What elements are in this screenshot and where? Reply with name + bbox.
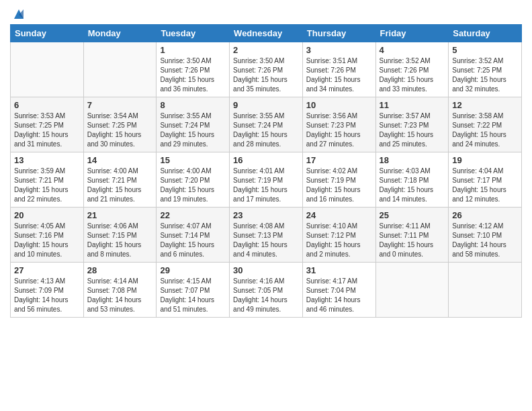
calendar-cell: 16Sunrise: 4:01 AM Sunset: 7:19 PM Dayli… <box>230 152 303 208</box>
day-info: Sunrise: 3:50 AM Sunset: 7:26 PM Dayligh… <box>233 56 299 94</box>
calendar-cell: 7Sunrise: 3:54 AM Sunset: 7:25 PM Daylig… <box>83 97 157 152</box>
day-number: 31 <box>306 265 372 275</box>
page-container: SundayMondayTuesdayWednesdayThursdayFrid… <box>0 0 532 324</box>
day-info: Sunrise: 4:02 AM Sunset: 7:19 PM Dayligh… <box>306 167 372 204</box>
day-number: 4 <box>380 45 445 55</box>
day-number: 29 <box>160 265 226 275</box>
header-thursday: Thursday <box>302 25 375 42</box>
calendar-week-3: 13Sunrise: 3:59 AM Sunset: 7:21 PM Dayli… <box>11 152 522 208</box>
day-info: Sunrise: 3:57 AM Sunset: 7:23 PM Dayligh… <box>380 111 445 149</box>
header-sunday: Sunday <box>11 25 84 42</box>
day-info: Sunrise: 4:12 AM Sunset: 7:10 PM Dayligh… <box>452 222 518 259</box>
day-number: 11 <box>380 100 445 110</box>
calendar-cell: 19Sunrise: 4:04 AM Sunset: 7:17 PM Dayli… <box>449 152 522 208</box>
calendar-table: SundayMondayTuesdayWednesdayThursdayFrid… <box>10 24 522 318</box>
page-header <box>10 7 522 19</box>
day-info: Sunrise: 4:10 AM Sunset: 7:12 PM Dayligh… <box>306 222 372 259</box>
day-info: Sunrise: 3:59 AM Sunset: 7:21 PM Dayligh… <box>14 167 80 204</box>
calendar-cell: 10Sunrise: 3:56 AM Sunset: 7:23 PM Dayli… <box>302 97 375 152</box>
calendar-cell: 5Sunrise: 3:52 AM Sunset: 7:25 PM Daylig… <box>449 42 522 97</box>
header-saturday: Saturday <box>449 25 522 42</box>
calendar-cell: 17Sunrise: 4:02 AM Sunset: 7:19 PM Dayli… <box>302 152 375 208</box>
day-info: Sunrise: 4:00 AM Sunset: 7:21 PM Dayligh… <box>87 167 153 204</box>
day-number: 23 <box>233 210 299 220</box>
day-info: Sunrise: 4:00 AM Sunset: 7:20 PM Dayligh… <box>160 167 226 204</box>
day-info: Sunrise: 3:55 AM Sunset: 7:24 PM Dayligh… <box>233 111 299 149</box>
calendar-cell: 18Sunrise: 4:03 AM Sunset: 7:18 PM Dayli… <box>375 152 449 208</box>
calendar-cell: 15Sunrise: 4:00 AM Sunset: 7:20 PM Dayli… <box>157 152 230 208</box>
calendar-cell: 11Sunrise: 3:57 AM Sunset: 7:23 PM Dayli… <box>375 97 449 152</box>
calendar-cell: 26Sunrise: 4:12 AM Sunset: 7:10 PM Dayli… <box>449 208 522 263</box>
day-number: 22 <box>160 210 226 220</box>
calendar-cell: 31Sunrise: 4:17 AM Sunset: 7:04 PM Dayli… <box>302 263 375 318</box>
calendar-cell <box>375 263 449 318</box>
day-number: 13 <box>14 155 80 165</box>
calendar-cell: 30Sunrise: 4:16 AM Sunset: 7:05 PM Dayli… <box>230 263 303 318</box>
calendar-cell: 8Sunrise: 3:55 AM Sunset: 7:24 PM Daylig… <box>157 97 230 152</box>
day-number: 10 <box>306 100 372 110</box>
day-info: Sunrise: 4:01 AM Sunset: 7:19 PM Dayligh… <box>233 167 299 204</box>
day-info: Sunrise: 4:13 AM Sunset: 7:09 PM Dayligh… <box>14 277 80 314</box>
day-info: Sunrise: 4:17 AM Sunset: 7:04 PM Dayligh… <box>306 277 372 314</box>
header-tuesday: Tuesday <box>157 25 230 42</box>
calendar-cell: 13Sunrise: 3:59 AM Sunset: 7:21 PM Dayli… <box>11 152 84 208</box>
day-number: 15 <box>160 155 226 165</box>
logo-icon <box>11 7 26 21</box>
day-info: Sunrise: 3:51 AM Sunset: 7:26 PM Dayligh… <box>306 56 372 94</box>
header-monday: Monday <box>83 25 157 42</box>
calendar-cell <box>11 42 84 97</box>
day-number: 14 <box>87 155 153 165</box>
day-info: Sunrise: 4:05 AM Sunset: 7:16 PM Dayligh… <box>14 222 80 259</box>
calendar-week-1: 1Sunrise: 3:50 AM Sunset: 7:26 PM Daylig… <box>11 42 522 97</box>
calendar-cell: 6Sunrise: 3:53 AM Sunset: 7:25 PM Daylig… <box>11 97 84 152</box>
calendar-cell: 4Sunrise: 3:52 AM Sunset: 7:26 PM Daylig… <box>375 42 449 97</box>
day-number: 7 <box>87 100 153 110</box>
calendar-cell: 27Sunrise: 4:13 AM Sunset: 7:09 PM Dayli… <box>11 263 84 318</box>
calendar-cell: 3Sunrise: 3:51 AM Sunset: 7:26 PM Daylig… <box>302 42 375 97</box>
calendar-cell: 29Sunrise: 4:15 AM Sunset: 7:07 PM Dayli… <box>157 263 230 318</box>
day-info: Sunrise: 4:06 AM Sunset: 7:15 PM Dayligh… <box>87 222 153 259</box>
day-number: 8 <box>160 100 226 110</box>
day-number: 9 <box>233 100 299 110</box>
calendar-cell: 2Sunrise: 3:50 AM Sunset: 7:26 PM Daylig… <box>230 42 303 97</box>
day-info: Sunrise: 4:07 AM Sunset: 7:14 PM Dayligh… <box>160 222 226 259</box>
calendar-cell: 1Sunrise: 3:50 AM Sunset: 7:26 PM Daylig… <box>157 42 230 97</box>
day-number: 5 <box>452 45 518 55</box>
day-info: Sunrise: 4:15 AM Sunset: 7:07 PM Dayligh… <box>160 277 226 314</box>
calendar-cell: 22Sunrise: 4:07 AM Sunset: 7:14 PM Dayli… <box>157 208 230 263</box>
day-info: Sunrise: 4:03 AM Sunset: 7:18 PM Dayligh… <box>380 167 445 204</box>
calendar-week-5: 27Sunrise: 4:13 AM Sunset: 7:09 PM Dayli… <box>11 263 522 318</box>
header-friday: Friday <box>375 25 449 42</box>
day-info: Sunrise: 3:54 AM Sunset: 7:25 PM Dayligh… <box>87 111 153 149</box>
day-number: 12 <box>452 100 518 110</box>
day-number: 25 <box>380 210 445 220</box>
day-number: 18 <box>380 155 445 165</box>
day-info: Sunrise: 4:16 AM Sunset: 7:05 PM Dayligh… <box>233 277 299 314</box>
day-number: 26 <box>452 210 518 220</box>
day-number: 19 <box>452 155 518 165</box>
calendar-week-2: 6Sunrise: 3:53 AM Sunset: 7:25 PM Daylig… <box>11 97 522 152</box>
calendar-cell: 9Sunrise: 3:55 AM Sunset: 7:24 PM Daylig… <box>230 97 303 152</box>
day-info: Sunrise: 4:14 AM Sunset: 7:08 PM Dayligh… <box>87 277 153 314</box>
calendar-cell: 23Sunrise: 4:08 AM Sunset: 7:13 PM Dayli… <box>230 208 303 263</box>
calendar-cell: 28Sunrise: 4:14 AM Sunset: 7:08 PM Dayli… <box>83 263 157 318</box>
day-info: Sunrise: 3:52 AM Sunset: 7:25 PM Dayligh… <box>452 56 518 94</box>
day-number: 2 <box>233 45 299 55</box>
day-number: 21 <box>87 210 153 220</box>
day-number: 24 <box>306 210 372 220</box>
day-info: Sunrise: 3:53 AM Sunset: 7:25 PM Dayligh… <box>14 111 80 149</box>
day-info: Sunrise: 3:56 AM Sunset: 7:23 PM Dayligh… <box>306 111 372 149</box>
day-number: 28 <box>87 265 153 275</box>
day-info: Sunrise: 3:52 AM Sunset: 7:26 PM Dayligh… <box>380 56 445 94</box>
calendar-cell: 14Sunrise: 4:00 AM Sunset: 7:21 PM Dayli… <box>83 152 157 208</box>
calendar-cell: 21Sunrise: 4:06 AM Sunset: 7:15 PM Dayli… <box>83 208 157 263</box>
day-number: 20 <box>14 210 80 220</box>
day-number: 1 <box>160 45 226 55</box>
day-info: Sunrise: 3:55 AM Sunset: 7:24 PM Dayligh… <box>160 111 226 149</box>
day-info: Sunrise: 4:11 AM Sunset: 7:11 PM Dayligh… <box>380 222 445 259</box>
calendar-cell: 24Sunrise: 4:10 AM Sunset: 7:12 PM Dayli… <box>302 208 375 263</box>
calendar-cell: 20Sunrise: 4:05 AM Sunset: 7:16 PM Dayli… <box>11 208 84 263</box>
calendar-cell: 12Sunrise: 3:58 AM Sunset: 7:22 PM Dayli… <box>449 97 522 152</box>
day-info: Sunrise: 3:58 AM Sunset: 7:22 PM Dayligh… <box>452 111 518 149</box>
day-info: Sunrise: 4:04 AM Sunset: 7:17 PM Dayligh… <box>452 167 518 204</box>
